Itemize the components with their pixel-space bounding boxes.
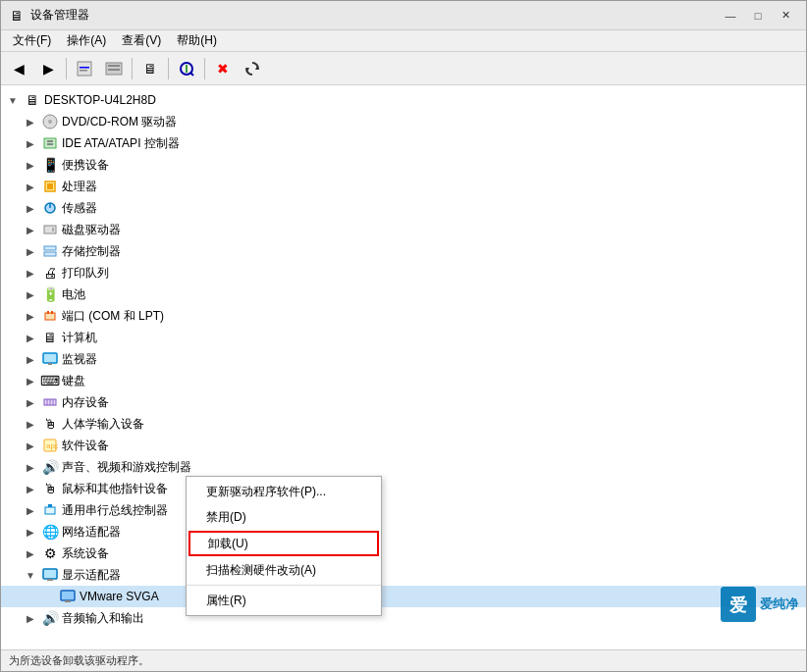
printer-icon: 🖨 — [41, 264, 59, 282]
view-button[interactable] — [100, 56, 128, 81]
printer-label: 打印队列 — [62, 265, 109, 282]
tree-item-cpu[interactable]: ▶ 处理器 — [1, 176, 806, 197]
computer-button[interactable]: 🖥 — [136, 56, 164, 81]
title-bar: 🖥 设备管理器 — □ ✕ — [1, 1, 806, 30]
ctx-disable[interactable]: 禁用(D) — [187, 504, 381, 530]
port-label: 端口 (COM 和 LPT) — [62, 308, 164, 325]
ctx-update-driver[interactable]: 更新驱动程序软件(P)... — [187, 479, 381, 504]
device-tree[interactable]: ▼ 🖥 DESKTOP-U4L2H8D ▶ DVD/CD-ROM 驱动器 ▶ I… — [1, 85, 806, 649]
portable-icon: 📱 — [41, 156, 59, 174]
svg-rect-24 — [45, 313, 55, 320]
refresh-button[interactable] — [239, 56, 266, 81]
display-expander[interactable]: ▼ — [23, 567, 38, 583]
minimize-button[interactable]: — — [718, 6, 743, 26]
ide-icon — [41, 134, 59, 152]
tree-item-display[interactable]: ▼ 显示适配器 — [1, 564, 806, 586]
usb-expander[interactable]: ▶ — [23, 502, 38, 518]
tree-item-port[interactable]: ▶ 端口 (COM 和 LPT) — [1, 305, 806, 327]
scan-icon — [178, 60, 195, 78]
keyboard-label: 键盘 — [62, 373, 85, 389]
audioin-expander[interactable]: ▶ — [23, 610, 38, 626]
tree-root[interactable]: ▼ 🖥 DESKTOP-U4L2H8D — [1, 89, 806, 111]
menu-action[interactable]: 操作(A) — [59, 30, 114, 51]
tree-item-hid[interactable]: ▶ 🖱 人体学输入设备 — [1, 413, 806, 435]
monitor-expander[interactable]: ▶ — [23, 351, 38, 367]
menu-view[interactable]: 查看(V) — [114, 30, 169, 51]
keyboard-expander[interactable]: ▶ — [23, 373, 38, 388]
tree-item-audioin[interactable]: ▶ 🔊 音频输入和输出 — [1, 607, 806, 629]
tree-item-dvd[interactable]: ▶ DVD/CD-ROM 驱动器 — [1, 111, 806, 132]
menu-file[interactable]: 文件(F) — [5, 30, 59, 51]
port-expander[interactable]: ▶ — [23, 308, 38, 324]
dvd-expander[interactable]: ▶ — [23, 114, 38, 129]
delete-button[interactable]: ✖ — [209, 56, 237, 81]
menu-help[interactable]: 帮助(H) — [169, 30, 225, 51]
usb-icon — [41, 501, 59, 519]
audioin-icon: 🔊 — [41, 609, 59, 627]
mouse-expander[interactable]: ▶ — [23, 481, 38, 496]
ide-expander[interactable]: ▶ — [23, 135, 38, 151]
hid-icon: 🖱 — [41, 415, 59, 433]
maximize-button[interactable]: □ — [745, 6, 771, 26]
dvd-icon — [41, 113, 59, 130]
battery-expander[interactable]: ▶ — [23, 286, 38, 302]
tree-item-network[interactable]: ▶ 🌐 网络适配器 — [1, 521, 806, 543]
scan-button[interactable] — [173, 56, 200, 81]
cpu-expander[interactable]: ▶ — [23, 179, 38, 194]
sensor-icon — [41, 199, 59, 217]
tree-item-vmware[interactable]: ▶ VMware SVGA — [1, 586, 806, 607]
root-expander[interactable]: ▼ — [5, 92, 21, 108]
back-button[interactable]: ◀ — [5, 56, 32, 81]
network-expander[interactable]: ▶ — [23, 524, 38, 540]
tree-item-audio[interactable]: ▶ 🔊 声音、视频和游戏控制器 — [1, 456, 806, 478]
tree-item-battery[interactable]: ▶ 🔋 电池 — [1, 284, 806, 305]
tree-item-system[interactable]: ▶ ⚙ 系统设备 — [1, 543, 806, 564]
tree-item-ide[interactable]: ▶ IDE ATA/ATAPI 控制器 — [1, 132, 806, 154]
tree-item-printer[interactable]: ▶ 🖨 打印队列 — [1, 262, 806, 284]
svg-rect-39 — [61, 591, 75, 600]
tree-item-memory[interactable]: ▶ 内存设备 — [1, 391, 806, 413]
tree-item-computer[interactable]: ▶ 🖥 计算机 — [1, 327, 806, 348]
computer-icon: 🖥 — [41, 329, 59, 346]
software-expander[interactable]: ▶ — [23, 438, 38, 453]
hid-expander[interactable]: ▶ — [23, 416, 38, 432]
computer-expander[interactable]: ▶ — [23, 330, 38, 345]
svg-rect-40 — [65, 600, 71, 602]
printer-expander[interactable]: ▶ — [23, 265, 38, 281]
properties-button[interactable] — [71, 56, 98, 81]
portable-expander[interactable]: ▶ — [23, 157, 38, 173]
tree-item-usb[interactable]: ▶ 通用串行总线控制器 — [1, 499, 806, 521]
audio-expander[interactable]: ▶ — [23, 459, 38, 475]
tree-item-portable[interactable]: ▶ 📱 便携设备 — [1, 154, 806, 176]
svg-rect-22 — [44, 246, 56, 250]
tree-item-monitor[interactable]: ▶ 监视器 — [1, 348, 806, 370]
forward-button[interactable]: ▶ — [34, 56, 62, 81]
watermark-text: 爱纯净 — [760, 595, 798, 613]
software-label: 软件设备 — [62, 438, 109, 454]
system-expander[interactable]: ▶ — [23, 545, 38, 561]
close-button[interactable]: ✕ — [773, 6, 798, 26]
svg-rect-27 — [43, 353, 57, 363]
monitor-label: 监视器 — [62, 351, 97, 368]
ctx-properties[interactable]: 属性(R) — [187, 588, 381, 613]
tree-item-keyboard[interactable]: ▶ ⌨ 键盘 — [1, 370, 806, 391]
svg-rect-23 — [44, 252, 56, 256]
sensor-expander[interactable]: ▶ — [23, 200, 38, 216]
tree-item-software[interactable]: ▶ app 软件设备 — [1, 435, 806, 456]
ctx-scan[interactable]: 扫描检测硬件改动(A) — [187, 557, 381, 583]
tree-item-mouse[interactable]: ▶ 🖱 鼠标和其他指针设备 — [1, 478, 806, 499]
storage-expander[interactable]: ▶ — [23, 243, 38, 259]
refresh-icon — [243, 60, 261, 78]
disk-expander[interactable]: ▶ — [23, 222, 38, 237]
ctx-uninstall[interactable]: 卸载(U) — [188, 531, 379, 556]
toolbar-sep2 — [132, 58, 133, 79]
toolbar: ◀ ▶ 🖥 ✖ — [1, 52, 806, 85]
tree-item-sensor[interactable]: ▶ 传感器 — [1, 197, 806, 219]
tree-item-storage[interactable]: ▶ 存储控制器 — [1, 240, 806, 262]
memory-expander[interactable]: ▶ — [23, 394, 38, 410]
menu-bar: 文件(F) 操作(A) 查看(V) 帮助(H) — [1, 30, 806, 52]
tree-item-disk[interactable]: ▶ 磁盘驱动器 — [1, 219, 806, 240]
mouse-icon: 🖱 — [41, 480, 59, 497]
svg-rect-0 — [78, 62, 91, 76]
network-label: 网络适配器 — [62, 524, 121, 541]
